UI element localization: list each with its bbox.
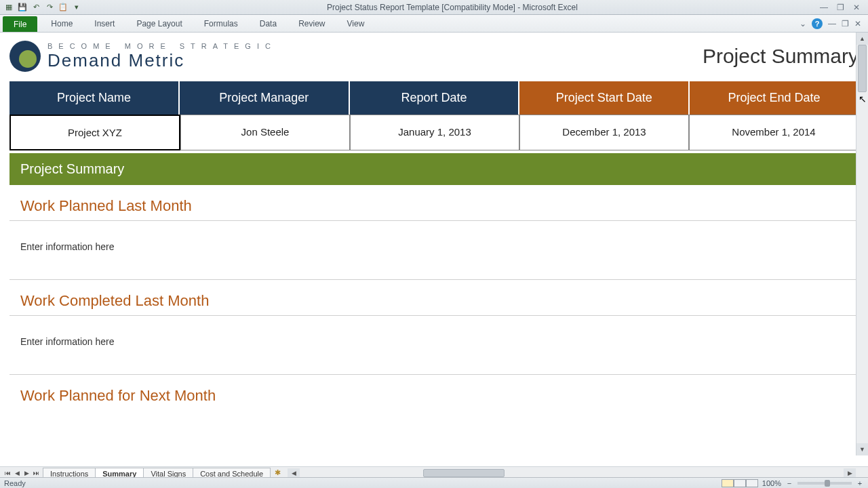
header-row: Project Name Project Manager Report Date… (9, 81, 859, 115)
undo-icon[interactable]: ↶ (30, 1, 42, 14)
window-controls: — ❐ ✕ (819, 3, 868, 12)
body-completed-last[interactable]: Enter information here (9, 316, 859, 375)
status-text: Ready (4, 479, 26, 487)
tab-insert[interactable]: Insert (83, 15, 125, 32)
ribbon-restore-button[interactable]: ❐ (842, 19, 849, 28)
page-layout-view-button[interactable] (734, 479, 746, 487)
new-sheet-icon[interactable]: ✱ (275, 468, 281, 477)
col-report-date: Report Date (350, 81, 520, 115)
hscroll-right-icon[interactable]: ▶ (844, 468, 856, 478)
scroll-thumb[interactable] (858, 45, 867, 92)
tab-review[interactable]: Review (288, 15, 336, 32)
logo-mark-icon (9, 41, 41, 72)
cell-start-date[interactable]: December 1, 2013 (519, 115, 689, 150)
scroll-up-arrow-icon[interactable]: ▲ (856, 33, 868, 45)
cursor-icon: ↖ (859, 94, 867, 104)
logo-tagline: Become More Strategic (47, 42, 277, 50)
hscroll-thumb[interactable] (423, 469, 505, 477)
help-icon[interactable]: ? (812, 18, 823, 29)
title-bar: ▦ 💾 ↶ ↷ 📋 ▾ Project Status Report Templa… (0, 0, 868, 15)
zoom-slider[interactable] (797, 482, 852, 485)
cell-project-manager[interactable]: Jon Steele (180, 115, 350, 150)
data-row: Project XYZ Jon Steele January 1, 2013 D… (9, 115, 859, 150)
tab-page-layout[interactable]: Page Layout (125, 15, 193, 32)
hscroll-left-icon[interactable]: ◀ (288, 468, 300, 478)
zoom-in-button[interactable]: + (856, 479, 864, 487)
normal-view-button[interactable] (722, 479, 734, 487)
cell-report-date[interactable]: January 1, 2013 (350, 115, 519, 150)
body-planned-last[interactable]: Enter information here (9, 221, 859, 280)
tab-next-icon[interactable]: ▶ (22, 470, 31, 476)
excel-icon: ▦ (3, 1, 15, 14)
qat-dropdown-icon[interactable]: ▾ (71, 1, 83, 14)
tab-nav-buttons: ⏮ ◀ ▶ ⏭ (0, 470, 43, 476)
file-tab[interactable]: File (3, 16, 37, 32)
tab-view[interactable]: View (336, 15, 376, 32)
close-button[interactable]: ✕ (852, 3, 861, 12)
section-bar: Project Summary (9, 153, 859, 185)
tab-prev-icon[interactable]: ◀ (12, 470, 22, 476)
page-break-view-button[interactable] (746, 479, 758, 487)
col-project-name: Project Name (9, 81, 180, 115)
heading-planned-next: Work Planned for Next Month (9, 375, 859, 410)
cell-end-date[interactable]: November 1, 2014 (689, 115, 859, 150)
save-icon[interactable]: 💾 (16, 1, 28, 14)
page-title: Project Summary (703, 45, 859, 68)
tab-formulas[interactable]: Formulas (193, 15, 249, 32)
logo-name: Demand Metric (47, 50, 277, 71)
heading-planned-last: Work Planned Last Month (9, 185, 859, 221)
tab-home[interactable]: Home (40, 15, 83, 32)
ribbon: File Home Insert Page Layout Formulas Da… (0, 15, 868, 33)
minimize-button[interactable]: — (819, 3, 829, 12)
logo: Become More Strategic Demand Metric (9, 41, 277, 72)
tab-first-icon[interactable]: ⏮ (3, 470, 12, 476)
col-end-date: Project End Date (690, 81, 859, 115)
tab-last-icon[interactable]: ⏭ (31, 470, 41, 476)
status-bar: Ready 100% − + (0, 477, 868, 488)
zoom-out-button[interactable]: − (785, 479, 793, 487)
cell-project-name[interactable]: Project XYZ (9, 115, 180, 150)
worksheet-area[interactable]: Become More Strategic Demand Metric Proj… (0, 33, 868, 469)
window-title: Project Status Report Template [Compatib… (85, 3, 819, 12)
view-buttons (722, 479, 758, 487)
ribbon-min-icon[interactable]: ⌄ (800, 19, 806, 28)
col-project-manager: Project Manager (180, 81, 350, 115)
scroll-down-arrow-icon[interactable]: ▼ (856, 443, 868, 455)
horizontal-scrollbar[interactable]: ◀ ▶ (288, 468, 856, 478)
restore-button[interactable]: ❐ (835, 3, 845, 12)
redo-icon[interactable]: ↷ (43, 1, 56, 14)
ribbon-close-button[interactable]: ✕ (854, 19, 861, 28)
zoom-label[interactable]: 100% (762, 479, 781, 487)
ribbon-minimize-button[interactable]: — (828, 19, 836, 28)
quick-access-toolbar: ▦ 💾 ↶ ↷ 📋 ▾ (0, 1, 85, 14)
col-start-date: Project Start Date (519, 81, 690, 115)
tab-data[interactable]: Data (249, 15, 288, 32)
heading-completed-last: Work Completed Last Month (9, 280, 859, 316)
paste-icon[interactable]: 📋 (57, 1, 69, 14)
